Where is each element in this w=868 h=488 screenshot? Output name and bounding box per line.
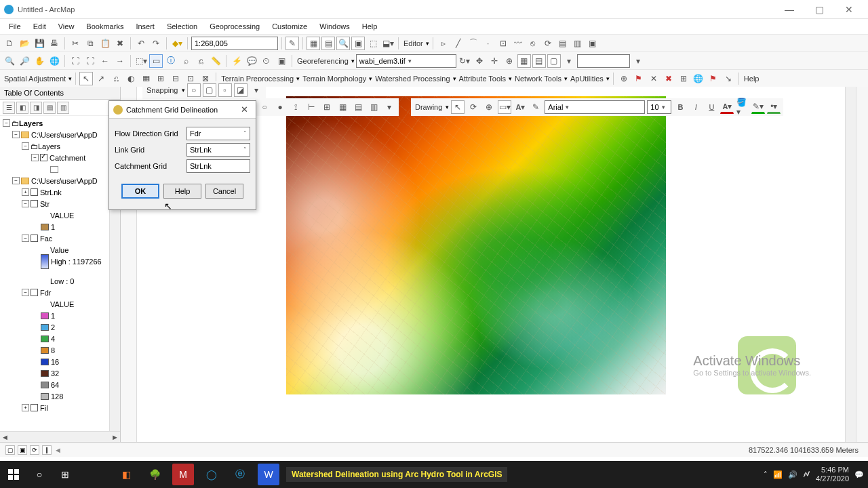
expand-icon[interactable]: −	[3, 119, 10, 127]
tray-network-icon[interactable]: 📶	[773, 470, 783, 479]
expand-icon[interactable]: +	[22, 404, 29, 411]
italic-icon[interactable]: I	[689, 100, 703, 114]
layer-visibility-checkbox[interactable]	[31, 188, 38, 196]
draw-rect-icon[interactable]: ▭▾	[498, 100, 511, 114]
zoom-out-icon[interactable]: 🔎	[18, 54, 31, 68]
toc-list-by-source-icon[interactable]: ◧	[16, 102, 28, 114]
underline-icon[interactable]: U	[705, 100, 718, 114]
georef-source-dropdown[interactable]: wabi_dem3.tif	[356, 54, 456, 68]
html-popup-icon[interactable]: 💬	[245, 54, 258, 68]
edit-split-icon[interactable]: ⎋	[526, 37, 540, 50]
ok-button[interactable]: OK	[121, 184, 159, 199]
sa-ident-icon[interactable]: ◐	[124, 72, 138, 85]
network-tools-menu[interactable]: Network Tools	[513, 75, 563, 83]
toc-strlnk-layer[interactable]: StrLnk	[40, 188, 62, 197]
zoom-in-icon[interactable]: 🔍	[3, 54, 16, 68]
shape-grid-icon[interactable]: ▦	[336, 100, 349, 114]
draw-edit-icon[interactable]: ✎	[529, 100, 542, 114]
menu-view[interactable]: View	[52, 21, 81, 32]
draw-select-icon[interactable]: ↖	[451, 100, 465, 114]
taskbar-app-4[interactable]: ◯	[201, 464, 222, 485]
ah-globe-icon[interactable]: 🌐	[692, 72, 705, 85]
cut-icon[interactable]: ✂	[68, 37, 82, 50]
bold-icon[interactable]: B	[673, 100, 687, 114]
layer-visibility-checkbox[interactable]	[40, 154, 47, 161]
maximize-button[interactable]: ▢	[804, 0, 834, 19]
map-scale-input[interactable]	[191, 37, 278, 50]
select-tool-icon[interactable]: ↖	[79, 72, 93, 85]
task-view-icon[interactable]: ⊞	[56, 465, 75, 484]
next-extent-icon[interactable]: →	[113, 54, 127, 68]
identify-icon[interactable]: ⓘ	[164, 54, 178, 68]
taskbar-app-3[interactable]: M	[172, 464, 194, 485]
flow-direction-dropdown[interactable]: Fdr	[186, 127, 250, 140]
georef-link-icon[interactable]: ✛	[488, 54, 501, 68]
toc-group1-layers[interactable]: Layers	[38, 142, 60, 150]
expand-icon[interactable]: −	[22, 200, 29, 207]
marker-color-icon[interactable]: •▾	[767, 100, 781, 114]
edit-curve-icon[interactable]: ⌒	[467, 37, 480, 50]
expand-icon[interactable]: −	[22, 235, 29, 242]
select-features-icon[interactable]: ⬚▾	[134, 54, 148, 68]
symbol-ramp[interactable]	[41, 254, 49, 269]
layer-visibility-checkbox[interactable]	[31, 200, 38, 207]
new-icon[interactable]: 🗋	[3, 37, 16, 50]
system-tray[interactable]: ˄ 📶 🔊 🗲 5:46 PM 4/27/2020 💬	[764, 466, 864, 483]
taskbar-word-icon[interactable]: W	[258, 464, 279, 485]
expand-icon[interactable]: −	[22, 142, 29, 150]
menu-selection[interactable]: Selection	[161, 21, 203, 32]
layer-visibility-checkbox[interactable]	[31, 289, 38, 296]
toc-tree[interactable]: −🗀 Layers −C:\Users\user\AppD −🗀 Layers …	[0, 116, 120, 431]
georef-value-input[interactable]	[577, 54, 630, 68]
redo-icon[interactable]: ↷	[149, 37, 163, 50]
snap-end-icon[interactable]: ▢	[203, 83, 216, 97]
draw-rotate-icon[interactable]: ⟳	[467, 100, 480, 114]
shape-sq-icon[interactable]: ⊞	[320, 100, 334, 114]
georef-options-icon[interactable]: ▾	[631, 54, 645, 68]
georef-reset-icon[interactable]: ▾	[562, 54, 576, 68]
menu-geoprocessing[interactable]: Geoprocessing	[203, 21, 266, 32]
edit-rotate-icon[interactable]: ⟳	[541, 37, 555, 50]
cancel-button[interactable]: Cancel	[205, 184, 243, 199]
close-button[interactable]: ✕	[834, 0, 864, 19]
shape-grid3-icon[interactable]: ▥	[367, 100, 380, 114]
taskbar-clock[interactable]: 5:46 PM 4/27/2020	[816, 466, 849, 483]
model-builder-icon[interactable]: ⬚	[366, 37, 380, 50]
notifications-icon[interactable]: 💬	[854, 470, 864, 479]
pan-icon[interactable]: ✋	[33, 54, 46, 68]
toc-fdr-layer[interactable]: Fdr	[40, 289, 52, 297]
georef-view-icon[interactable]: ▤	[532, 54, 546, 68]
data-view-icon[interactable]: ▢	[5, 445, 15, 455]
edit-line-icon[interactable]: ╱	[452, 37, 465, 50]
symbol-swatch[interactable]	[41, 336, 49, 342]
shape-end-icon[interactable]: ⟟	[289, 100, 302, 114]
sa-modify-icon[interactable]: ⎌	[109, 72, 123, 85]
symbol-swatch[interactable]	[41, 324, 49, 331]
snap-options-icon[interactable]: ▾	[250, 83, 263, 97]
taskbar-ie-icon[interactable]: ⓔ	[229, 464, 251, 485]
catalog-icon[interactable]: ▤	[321, 37, 335, 50]
paste-icon[interactable]: 📋	[98, 37, 112, 50]
toc-list-by-visibility-icon[interactable]: ◨	[30, 102, 42, 114]
catalog-docked-tab[interactable]	[856, 87, 868, 442]
shape-fillcircle-icon[interactable]: ●	[273, 100, 287, 114]
line-color-icon[interactable]: ✎▾	[751, 100, 765, 114]
edit-tool-icon[interactable]: ▹	[437, 37, 450, 50]
snap-point-icon[interactable]: ○	[187, 83, 201, 97]
dialog-close-button[interactable]: ✕	[237, 104, 252, 115]
link-grid-dropdown[interactable]: StrLnk	[186, 143, 250, 157]
georef-delete-icon[interactable]: ▢	[547, 54, 561, 68]
refresh-icon[interactable]: ⟳	[30, 445, 39, 455]
taskbar-app-1[interactable]: ◧	[115, 464, 137, 485]
drawing-label[interactable]: Drawing	[414, 103, 443, 111]
menu-bookmarks[interactable]: Bookmarks	[80, 21, 130, 32]
tray-battery-icon[interactable]: 🗲	[803, 470, 810, 479]
python-window-icon[interactable]: ▣	[351, 37, 365, 50]
start-button[interactable]	[4, 465, 23, 484]
archydro-help-menu[interactable]: Help	[743, 75, 761, 83]
edit-finish-icon[interactable]: ▣	[586, 37, 599, 50]
symbol-swatch[interactable]	[50, 166, 58, 173]
toc-horizontal-scrollbar[interactable]: ◄►	[0, 431, 120, 442]
toc-fac-layer[interactable]: Fac	[40, 235, 52, 243]
fixed-zoom-in-icon[interactable]: ⛶	[68, 54, 82, 68]
